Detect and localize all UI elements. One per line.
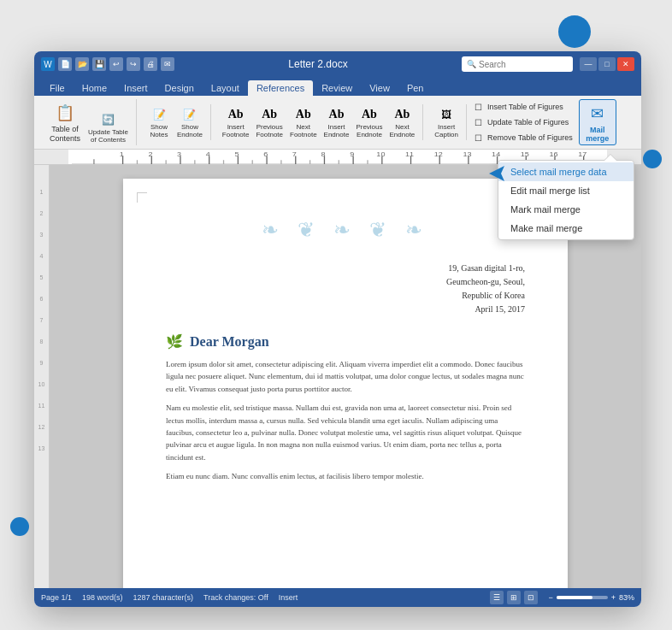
prev-footnote-button[interactable]: Ab PreviousFootnote xyxy=(253,104,286,140)
insert-footnote-label: InsertFootnote xyxy=(222,123,250,138)
zoom-level: 83% xyxy=(619,593,634,602)
tab-review[interactable]: Review xyxy=(313,80,361,96)
toc-label: Table ofContents xyxy=(50,125,80,144)
update-toc-label: Update Tableof Contents xyxy=(88,128,128,144)
maximize-button[interactable]: □ xyxy=(598,57,616,71)
insert-endnote-button[interactable]: Ab InsertEndnote xyxy=(321,104,352,140)
address-line1: 19, Gasan digital 1-ro, xyxy=(166,262,525,275)
ruler-vertical: 1 2 3 4 5 6 7 8 9 10 11 12 13 xyxy=(34,165,50,588)
open-icon[interactable]: 📂 xyxy=(75,57,89,71)
para1: Lorem ipsum dolor sit amet, consectetur … xyxy=(166,358,525,395)
redo-icon[interactable]: ↪ xyxy=(127,57,140,71)
insert-endnote-icon: Ab xyxy=(327,106,345,123)
print-icon[interactable]: 🖨 xyxy=(144,57,157,71)
window-title: Letter 2.docx xyxy=(174,58,462,70)
view-icon-3[interactable]: ⊡ xyxy=(524,591,538,604)
show-notes-button[interactable]: 📝 ShowNotes xyxy=(145,104,173,140)
decoration-circle-top xyxy=(558,15,591,48)
insert-caption-button[interactable]: 🖼 InsertCaption xyxy=(432,104,461,140)
mail-merge-button[interactable]: ✉ Mailmerge xyxy=(579,99,616,145)
show-endnote-icon: 📝 xyxy=(181,106,198,123)
status-page: Page 1/1 xyxy=(41,593,72,602)
svg-text:6: 6 xyxy=(263,151,268,157)
tab-design[interactable]: Design xyxy=(156,80,203,96)
show-endnote-button[interactable]: 📝 ShowEndnote xyxy=(174,104,205,140)
svg-text:14: 14 xyxy=(492,151,501,157)
window-controls: — □ ✕ xyxy=(580,57,634,71)
update-tof-button[interactable]: ☐ Update Table of Figures xyxy=(470,115,575,129)
undo-icon[interactable]: ↩ xyxy=(109,57,123,71)
zoom-control: − + 83% xyxy=(548,593,634,602)
tab-layout[interactable]: Layout xyxy=(203,80,248,96)
zoom-in-button[interactable]: + xyxy=(611,593,616,602)
decoration-circle-left xyxy=(10,517,29,536)
insert-tof-label: Insert Table of Figures xyxy=(487,103,563,111)
update-toc-button[interactable]: 🔄 Update Tableof Contents xyxy=(85,109,131,145)
show-endnote-label: ShowEndnote xyxy=(177,123,203,138)
remove-tof-label: Remove Table of Figures xyxy=(487,133,573,142)
dropdown-item-mark[interactable]: Mark mail merge xyxy=(498,200,634,219)
view-icon-1[interactable]: ☰ xyxy=(490,591,504,604)
zoom-out-button[interactable]: − xyxy=(548,593,552,602)
search-input[interactable] xyxy=(479,60,568,69)
tab-pen[interactable]: Pen xyxy=(398,80,433,96)
prev-endnote-button[interactable]: Ab PreviousEndnote xyxy=(353,104,385,140)
next-endnote-icon: Ab xyxy=(393,106,410,123)
svg-text:16: 16 xyxy=(550,151,559,157)
tab-file[interactable]: File xyxy=(41,80,74,96)
svg-text:2: 2 xyxy=(148,151,152,157)
close-button[interactable]: ✕ xyxy=(617,57,634,71)
app-window: W 📄 📂 💾 ↩ ↪ 🖨 ✉ Letter 2.docx 🔍 — □ ✕ Fi… xyxy=(34,51,641,607)
save-icon[interactable]: 💾 xyxy=(92,57,106,71)
remove-tof-button[interactable]: ☐ Remove Table of Figures xyxy=(470,131,575,144)
email-icon[interactable]: ✉ xyxy=(161,57,174,71)
prev-endnote-label: PreviousEndnote xyxy=(356,123,382,138)
svg-text:17: 17 xyxy=(578,151,587,157)
para3: Etiam eu nunc diam. Nunc convallis enim … xyxy=(166,470,525,482)
toc-group: 📋 Table ofContents 🔄 Update Tableof Cont… xyxy=(41,99,137,145)
insert-tof-checkbox: ☐ xyxy=(473,101,485,113)
svg-text:12: 12 xyxy=(434,151,443,157)
zoom-slider-fill xyxy=(557,596,592,599)
table-of-figures-group: ☐ Insert Table of Figures ☐ Update Table… xyxy=(470,100,575,144)
address-line2: Geumcheon-gu, Seoul, xyxy=(166,275,525,289)
address-block: 19, Gasan digital 1-ro, Geumcheon-gu, Se… xyxy=(166,262,525,316)
address-line4: April 15, 2017 xyxy=(166,303,525,316)
next-endnote-button[interactable]: Ab NextEndnote xyxy=(387,104,418,140)
insert-tof-button[interactable]: ☐ Insert Table of Figures xyxy=(470,100,575,114)
status-bar: Page 1/1 198 word(s) 1287 character(s) T… xyxy=(34,588,641,607)
decoration-circle-right xyxy=(643,150,662,168)
tab-references[interactable]: References xyxy=(248,80,313,96)
show-notes-label: ShowNotes xyxy=(150,123,168,138)
svg-text:9: 9 xyxy=(350,151,355,157)
mail-merge-dropdown: Select mail merge data Edit mail merge l… xyxy=(498,160,634,240)
toc-button[interactable]: 📋 Table ofContents xyxy=(46,99,84,145)
title-search-box[interactable]: 🔍 xyxy=(462,56,573,72)
view-icon-2[interactable]: ⊞ xyxy=(507,591,521,604)
insert-endnote-label: InsertEndnote xyxy=(324,123,350,138)
prev-endnote-icon: Ab xyxy=(361,106,378,123)
svg-text:13: 13 xyxy=(463,151,472,157)
new-icon[interactable]: 📄 xyxy=(58,57,72,71)
dropdown-item-edit[interactable]: Edit mail merge list xyxy=(498,181,634,200)
status-mode: Insert xyxy=(279,593,298,602)
title-bar: W 📄 📂 💾 ↩ ↪ 🖨 ✉ Letter 2.docx 🔍 — □ ✕ xyxy=(34,51,641,77)
ribbon-tabs: File Home Insert Design Layout Reference… xyxy=(34,77,641,96)
insert-footnote-button[interactable]: Ab InsertFootnote xyxy=(220,104,252,140)
notes-group: 📝 ShowNotes 📝 ShowEndnote xyxy=(140,104,211,140)
dropdown-item-make[interactable]: Make mail merge xyxy=(498,219,634,238)
insert-caption-label: InsertCaption xyxy=(434,123,458,138)
minimize-button[interactable]: — xyxy=(580,57,597,71)
dropdown-item-select[interactable]: Select mail merge data xyxy=(498,162,634,181)
salutation: 🌿 Dear Morgan xyxy=(166,333,525,350)
tab-view[interactable]: View xyxy=(361,80,398,96)
zoom-slider[interactable] xyxy=(557,596,608,599)
title-bar-icons: W 📄 📂 💾 ↩ ↪ 🖨 ✉ xyxy=(41,57,174,71)
svg-text:8: 8 xyxy=(321,151,327,157)
svg-text:7: 7 xyxy=(292,151,297,157)
insert-footnote-icon: Ab xyxy=(227,106,245,123)
prev-footnote-icon: Ab xyxy=(261,106,278,123)
tab-insert[interactable]: Insert xyxy=(115,80,156,96)
tab-home[interactable]: Home xyxy=(74,80,115,96)
next-footnote-button[interactable]: Ab NextFootnote xyxy=(287,104,320,140)
